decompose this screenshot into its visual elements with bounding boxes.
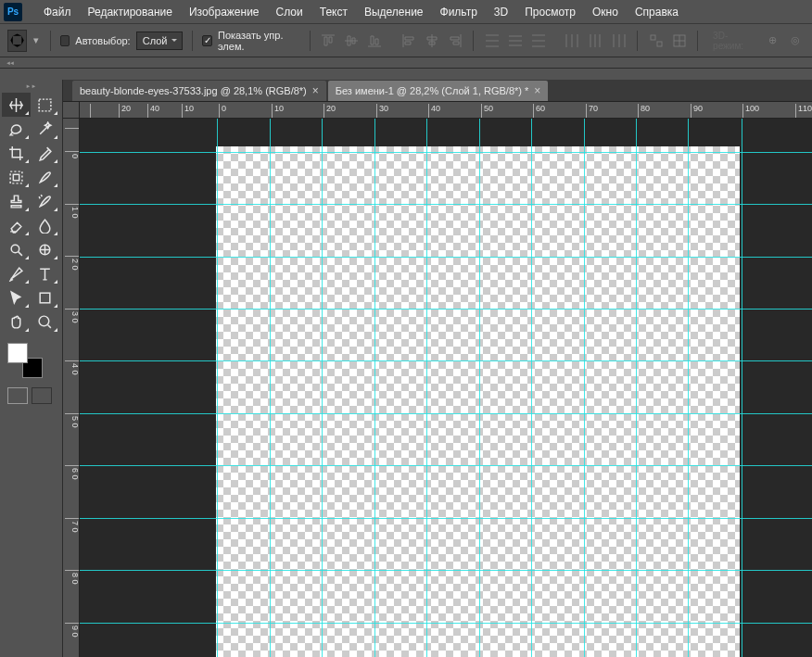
guide-vertical[interactable] [270,119,271,657]
collapse-strip[interactable] [0,57,812,69]
menu-окно[interactable]: Окно [584,0,627,24]
ruler-tick: 1 0 [65,204,80,219]
close-icon[interactable]: × [312,84,319,97]
ruler-origin[interactable] [63,102,80,119]
align-top-icon[interactable] [320,31,337,51]
guide-vertical[interactable] [426,119,427,657]
menu-текст[interactable]: Текст [311,0,356,24]
crop-tool[interactable] [2,141,31,165]
align-bottom-icon[interactable] [366,31,384,51]
distribute-hcenter-icon[interactable] [587,31,604,51]
menu-редактирование[interactable]: Редактирование [80,0,181,24]
3d-pan-icon[interactable]: ◎ [787,31,805,51]
menu-3d[interactable]: 3D [486,0,516,24]
foreground-color-swatch[interactable] [7,343,28,363]
close-icon[interactable]: × [534,84,540,97]
stamp-tool[interactable] [2,189,31,213]
ruler-vertical[interactable]: 01 02 03 04 05 06 07 08 09 0 [63,119,80,657]
guide-horizontal[interactable] [80,204,812,205]
guide-horizontal[interactable] [80,257,812,258]
chevron-right-icon[interactable]: ►► [26,83,37,93]
history-brush-tool[interactable] [31,189,59,213]
move-tool[interactable] [2,93,31,117]
ruler-tick: 100 [742,104,759,119]
svg-rect-8 [40,293,50,303]
eyedrop-tool[interactable] [31,141,59,165]
showcontrols-checkbox[interactable] [202,35,212,46]
zoom-tool[interactable] [31,310,59,334]
3d-orbit-icon[interactable]: ⊕ [764,31,781,51]
menu-справка[interactable]: Справка [627,0,687,24]
guide-vertical[interactable] [322,119,323,657]
distribute-vcenter-icon[interactable] [506,31,524,51]
menu-слои[interactable]: Слои [268,0,311,24]
menu-просмотр[interactable]: Просмотр [516,0,584,24]
showcontrols-label: Показать упр. элем. [218,30,300,52]
ruler-tick: 50 [481,104,493,119]
chevron-down-icon[interactable]: ▾ [32,31,41,51]
align-vcenter-icon[interactable] [343,31,361,51]
auto-align-icon[interactable] [647,31,665,51]
brush-tool[interactable] [31,165,59,189]
zoom-blur-tool[interactable] [31,237,59,261]
ruler-tick: 70 [586,104,598,119]
lasso-tool[interactable] [2,117,31,141]
document-tab[interactable]: beauty-blonde-eyes-37533.jpg @ 28,1% (RG… [72,81,326,101]
distribute-bottom-icon[interactable] [529,31,547,51]
distribute-right-icon[interactable] [610,31,628,51]
wand-tool[interactable] [31,117,59,141]
guide-vertical[interactable] [636,119,637,657]
document-canvas[interactable] [216,146,740,657]
marquee-tool[interactable] [31,93,59,117]
dodge-tool[interactable] [2,237,31,261]
guide-vertical[interactable] [531,119,532,657]
guide-vertical[interactable] [217,119,218,657]
svg-point-6 [11,245,19,253]
auto-blend-icon[interactable] [670,31,688,51]
guide-horizontal[interactable] [80,360,812,361]
guide-vertical[interactable] [479,119,480,657]
frame-tool[interactable] [2,165,31,189]
shape-tool[interactable] [31,285,59,310]
ruler-horizontal[interactable]: 2040100102030405060708090100110 [80,102,812,119]
menu-фильтр[interactable]: Фильтр [432,0,486,24]
blur-tool[interactable] [31,213,59,237]
align-right-icon[interactable] [446,31,463,51]
distribute-top-icon[interactable] [483,31,501,51]
guide-horizontal[interactable] [80,413,812,414]
current-tool-preset[interactable] [7,30,27,52]
align-left-icon[interactable] [400,31,417,51]
divider [473,31,474,51]
divider [192,31,193,51]
guide-horizontal[interactable] [80,465,812,466]
autoselect-target-select[interactable]: Слой [136,32,184,50]
menu-выделение[interactable]: Выделение [356,0,432,24]
guide-vertical[interactable] [584,119,585,657]
autoselect-checkbox[interactable] [60,35,70,46]
guide-horizontal[interactable] [80,518,812,519]
hand-tool[interactable] [2,310,31,334]
guide-horizontal[interactable] [80,623,812,624]
distribute-left-icon[interactable] [564,31,581,51]
menu-изображение[interactable]: Изображение [181,0,268,24]
screenmode-button[interactable] [32,387,52,404]
align-hcenter-icon[interactable] [423,31,440,51]
guide-vertical[interactable] [688,119,689,657]
guide-vertical[interactable] [374,119,375,657]
path-select-tool[interactable] [2,285,31,310]
guide-horizontal[interactable] [80,152,812,153]
color-swatches[interactable] [7,343,43,378]
type-tool[interactable] [31,261,59,285]
guide-vertical[interactable] [742,119,742,657]
svg-rect-5 [13,174,19,180]
pen-tool[interactable] [2,261,31,285]
ruler-tick: 10 [272,104,284,119]
menu-файл[interactable]: Файл [35,0,80,24]
quickmask-off-button[interactable] [7,387,28,404]
guide-horizontal[interactable] [80,309,812,310]
guide-horizontal[interactable] [80,570,812,571]
canvas-viewport[interactable] [80,119,812,657]
ruler-tick: 5 0 [65,413,80,428]
document-tab[interactable]: Без имени-1 @ 28,2% (Слой 1, RGB/8*) *× [328,81,549,101]
eraser-tool[interactable] [2,213,31,237]
